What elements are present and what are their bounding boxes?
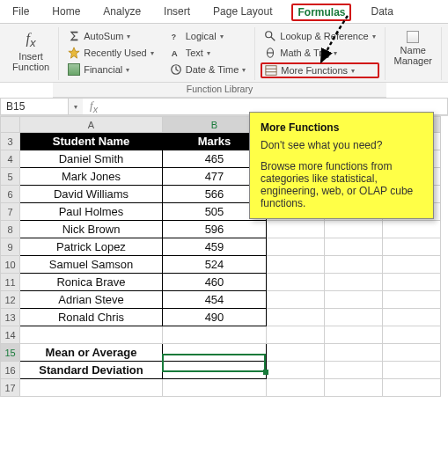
row-header[interactable]: 15: [1, 344, 20, 362]
row-header[interactable]: 16: [1, 362, 20, 379]
cell[interactable]: [267, 309, 325, 326]
tab-data[interactable]: Data: [367, 4, 396, 21]
cell[interactable]: [325, 326, 383, 344]
row-header[interactable]: 6: [1, 186, 20, 203]
cell[interactable]: [325, 256, 383, 274]
insert-function-label: Insert Function: [12, 51, 49, 72]
cell[interactable]: [325, 238, 383, 256]
row-header[interactable]: 3: [1, 133, 20, 150]
name-manager-button[interactable]: Name Manager: [391, 29, 436, 68]
cell[interactable]: [325, 379, 383, 397]
cell[interactable]: [267, 326, 325, 344]
cell[interactable]: 454: [163, 291, 267, 309]
cell-mean-value[interactable]: [163, 344, 267, 362]
cell[interactable]: [383, 238, 441, 256]
cell[interactable]: [325, 274, 383, 291]
cell[interactable]: [267, 344, 325, 362]
name-box[interactable]: [0, 98, 69, 115]
ribbon-group-label: Function Library: [53, 83, 386, 98]
row-header[interactable]: 5: [1, 168, 20, 186]
select-all-triangle[interactable]: [1, 117, 20, 133]
row-header[interactable]: 10: [1, 256, 20, 274]
cell[interactable]: 596: [163, 221, 267, 238]
cell[interactable]: Mark Jones: [20, 168, 163, 186]
svg-text:A: A: [172, 48, 178, 58]
cell[interactable]: Ronald Chris: [20, 309, 163, 326]
row-header[interactable]: 14: [1, 326, 20, 344]
tab-page-layout[interactable]: Page Layout: [209, 4, 275, 21]
cell[interactable]: 459: [163, 238, 267, 256]
insert-function-button[interactable]: fx Insert Function: [9, 29, 53, 74]
cell-sd-value[interactable]: [163, 362, 267, 379]
cell[interactable]: 490: [163, 309, 267, 326]
row-header[interactable]: 8: [1, 221, 20, 238]
tab-analyze[interactable]: Analyze: [99, 4, 144, 21]
formula-bar-fx-icon[interactable]: fx: [83, 99, 105, 114]
cell[interactable]: [267, 274, 325, 291]
more-functions-button[interactable]: More Functions▾: [261, 62, 378, 78]
cell[interactable]: [325, 291, 383, 309]
cell[interactable]: Samuel Samson: [20, 256, 163, 274]
cell-mean-label[interactable]: Mean or Average: [20, 344, 163, 362]
cell[interactable]: Patrick Lopez: [20, 238, 163, 256]
cell[interactable]: Student Name: [20, 133, 163, 150]
name-box-dropdown[interactable]: ▾: [69, 98, 83, 115]
math-trig-button[interactable]: Math & Trig▾: [261, 46, 378, 60]
row-header[interactable]: 7: [1, 203, 20, 221]
cell[interactable]: [383, 274, 441, 291]
cell-sd-label[interactable]: Standard Deviation: [20, 362, 163, 379]
text-icon: A: [170, 47, 182, 59]
row-header[interactable]: 9: [1, 238, 20, 256]
logical-button[interactable]: ? Logical▾: [166, 29, 250, 43]
tab-home[interactable]: Home: [48, 4, 84, 21]
cell[interactable]: [383, 326, 441, 344]
financial-button[interactable]: Financial▾: [64, 62, 158, 77]
svg-point-4: [266, 32, 272, 38]
cell[interactable]: Nick Brown: [20, 221, 163, 238]
cell[interactable]: [325, 362, 383, 379]
cell[interactable]: [267, 256, 325, 274]
row-header[interactable]: 4: [1, 150, 20, 168]
name-manager-label: Name Manager: [394, 45, 432, 66]
tab-formulas[interactable]: Formulas: [291, 4, 351, 21]
cell[interactable]: Adrian Steve: [20, 291, 163, 309]
text-button[interactable]: A Text▾: [166, 46, 250, 60]
cell[interactable]: [163, 379, 267, 397]
cell[interactable]: [267, 291, 325, 309]
cell[interactable]: [383, 379, 441, 397]
date-time-button[interactable]: Date & Time▾: [166, 62, 250, 77]
cell[interactable]: [383, 221, 441, 238]
cell[interactable]: [325, 221, 383, 238]
cell[interactable]: [383, 309, 441, 326]
cell[interactable]: [163, 326, 267, 344]
tab-insert[interactable]: Insert: [160, 4, 194, 21]
cell[interactable]: Daniel Smith: [20, 150, 163, 168]
cell[interactable]: [383, 291, 441, 309]
fill-handle[interactable]: [263, 370, 268, 375]
cell[interactable]: [267, 362, 325, 379]
cell[interactable]: [20, 379, 163, 397]
autosum-button[interactable]: AutoSum▾: [64, 29, 158, 43]
cell[interactable]: [383, 344, 441, 362]
row-header[interactable]: 11: [1, 274, 20, 291]
cell[interactable]: Ronica Brave: [20, 274, 163, 291]
cell[interactable]: David Williams: [20, 186, 163, 203]
tab-file[interactable]: File: [9, 4, 33, 21]
cell[interactable]: 524: [163, 256, 267, 274]
col-header-A[interactable]: A: [20, 117, 163, 133]
row-header[interactable]: 17: [1, 379, 20, 397]
cell[interactable]: [267, 379, 325, 397]
cell[interactable]: [325, 344, 383, 362]
cell[interactable]: [20, 326, 163, 344]
cell[interactable]: [383, 362, 441, 379]
lookup-reference-button[interactable]: Lookup & Reference▾: [261, 29, 378, 43]
cell[interactable]: 460: [163, 274, 267, 291]
cell[interactable]: [267, 221, 325, 238]
cell[interactable]: [325, 309, 383, 326]
cell[interactable]: [383, 256, 441, 274]
row-header[interactable]: 13: [1, 309, 20, 326]
cell[interactable]: [267, 238, 325, 256]
recently-used-button[interactable]: Recently Used▾: [64, 46, 158, 60]
cell[interactable]: Paul Holmes: [20, 203, 163, 221]
row-header[interactable]: 12: [1, 291, 20, 309]
